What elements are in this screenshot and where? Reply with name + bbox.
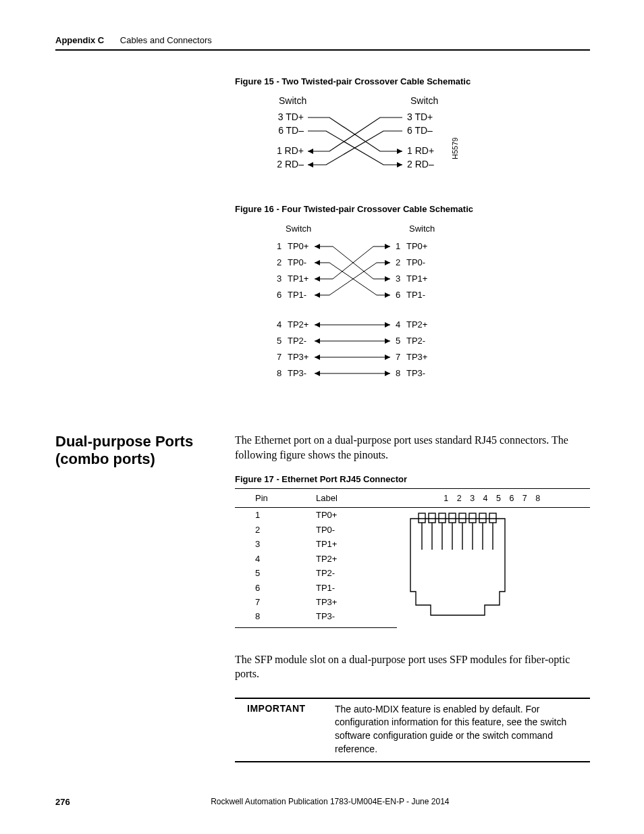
page-footer: 276 Rockwell Automation Publication 1783… [55,797,590,807]
section-title-line1: Dual-purpose Ports [55,433,193,450]
fig17-pin-3: 3 [235,537,316,551]
fig17-lbl-5: TP2- [316,566,397,580]
fig15-l-row3: 2 RD– [277,159,304,170]
svg-marker-17 [385,322,390,328]
fig17-col-pin: Pin [235,489,316,508]
fig17-pin-header: 1 2 3 4 5 6 7 8 [444,494,543,503]
fig16-g2l-1p: 5 [277,336,281,346]
fig16-g2l-2l: TP3+ [288,352,308,362]
fig15-side-label: H5579 [451,138,459,159]
figure15-diagram: Switch Switch 3 TD+ 6 TD– 1 RD+ 2 RD– 3 … [235,92,590,186]
svg-marker-22 [315,371,320,376]
fig17-pin-8: 8 [235,609,316,627]
section-title-line2: (combo ports) [55,450,155,467]
fig16-g2r-3l: TP3- [406,368,425,378]
figure15-caption: Figure 15 - Two Twisted-pair Crossover C… [235,76,590,86]
svg-marker-1 [308,162,313,167]
fig16-g1l-0p: 1 [277,241,281,251]
fig16-g2r-2l: TP3+ [406,352,427,362]
fig17-col-label: Label [316,489,397,508]
svg-marker-8 [315,244,320,249]
svg-marker-18 [315,338,320,344]
important-box: IMPORTANT The auto-MDIX feature is enabl… [235,698,590,762]
fig17-pin-1: 1 [235,508,316,523]
figure16-caption: Figure 16 - Four Twisted-pair Crossover … [235,204,590,214]
fig16-g2l-1l: TP2- [288,336,306,346]
important-text: The auto-MDIX feature is enabled by defa… [335,703,590,756]
fig16-right-title: Switch [409,224,435,234]
fig15-left-title: Switch [279,95,306,106]
fig15-r-row2: 1 RD+ [407,145,434,156]
fig17-lbl-6: TP1- [316,580,397,594]
svg-marker-21 [385,355,390,360]
fig15-r-row3: 2 RD– [407,159,434,170]
svg-rect-32 [459,513,466,523]
fig17-lbl-4: TP2+ [316,551,397,565]
fig16-g1l-1p: 2 [277,257,281,267]
svg-marker-12 [315,276,320,282]
fig16-g1r-1l: TP0- [406,257,425,267]
fig16-g2r-0p: 4 [396,319,400,330]
fig15-right-title: Switch [410,95,438,106]
fig16-g1r-2p: 3 [396,273,400,284]
svg-rect-28 [439,513,446,523]
fig17-lbl-7: TP3+ [316,595,397,609]
svg-rect-34 [469,513,476,523]
rj45-connector-icon [397,511,518,625]
fig16-g1r-3p: 6 [396,290,400,300]
svg-rect-36 [479,513,486,523]
fig16-g2l-0p: 4 [277,319,281,330]
fig17-lbl-3: TP1+ [316,537,397,551]
fig16-g1l-2l: TP1+ [288,273,308,284]
svg-rect-30 [449,513,456,523]
svg-rect-26 [429,513,435,523]
fig16-g1l-3l: TP1- [288,290,306,300]
fig16-g2l-3l: TP3- [288,368,306,378]
fig16-g1r-2l: TP1+ [406,273,427,284]
fig16-g2r-1p: 5 [396,336,400,346]
footer-page: 276 [55,797,70,807]
page-header: Appendix C Cables and Connectors [55,35,590,45]
fig16-g1l-3p: 6 [277,290,281,300]
fig16-g2r-2p: 7 [396,352,400,362]
fig17-pin-5: 5 [235,566,316,580]
fig16-left-title: Switch [286,224,311,234]
svg-marker-16 [315,322,320,328]
svg-marker-3 [397,162,402,167]
figure17-caption: Figure 17 - Ethernet Port RJ45 Connector [235,474,590,484]
important-label: IMPORTANT [235,703,335,756]
fig16-g1l-0l: TP0+ [288,241,308,251]
fig16-g2r-0l: TP2+ [406,319,427,330]
fig16-g2r-3p: 8 [396,368,400,378]
figure17-table: Pin Label 1 2 3 4 5 6 7 8 1 TP0+ [235,488,590,628]
svg-marker-9 [385,244,390,249]
section-title: Dual-purpose Ports (combo ports) [55,433,235,469]
section-para2: The SFP module slot on a dual-purpose po… [235,652,590,681]
svg-marker-13 [385,276,390,282]
section-para1: The Ethernet port on a dual-purpose port… [235,433,590,462]
svg-marker-2 [397,149,402,154]
fig17-lbl-8: TP3- [316,609,397,627]
svg-rect-24 [419,513,425,523]
svg-marker-0 [308,149,313,154]
fig17-pin-7: 7 [235,595,316,609]
header-rule [55,49,590,51]
svg-rect-38 [489,513,496,523]
fig16-g1r-3l: TP1- [406,290,425,300]
fig16-g1l-1l: TP0- [288,257,306,267]
fig16-g1r-0p: 1 [396,241,400,251]
fig17-pin-4: 4 [235,551,316,565]
fig16-g2l-0l: TP2+ [288,319,308,330]
fig17-pin-2: 2 [235,523,316,537]
header-appendix: Appendix C [55,35,104,45]
footer-pub: Rockwell Automation Publication 1783-UM0… [55,797,590,806]
fig16-g2r-1l: TP2- [406,336,425,346]
svg-marker-23 [385,371,390,376]
fig16-g1l-2p: 3 [277,273,281,284]
fig17-lbl-1: TP0+ [316,508,397,523]
fig16-g1r-1p: 2 [396,257,400,267]
svg-marker-11 [385,260,390,265]
fig15-r-row0: 3 TD+ [407,111,433,122]
fig16-g1r-0l: TP0+ [406,241,427,251]
svg-marker-10 [315,260,320,265]
